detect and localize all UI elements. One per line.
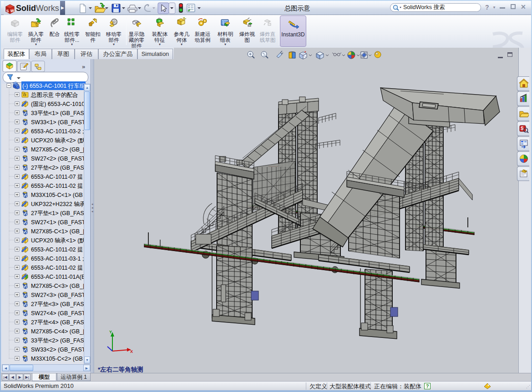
svg-text:SW33<1> (GB_FASTI: SW33<1> (GB_FASTI (31, 119, 87, 126)
svg-text:UCPX20 轴承<1> (默: UCPX20 轴承<1> (默 (31, 237, 85, 244)
svg-text:SW27<1> (GB_FASTI: SW27<1> (GB_FASTI (31, 219, 87, 226)
svg-text:6553-AC-1011-03-2 ;: 6553-AC-1011-03-2 ; (31, 128, 84, 135)
svg-text:W: W (10, 8, 14, 13)
svg-text:X: X (130, 349, 133, 354)
svg-text:UKP322+H2322 轴承: UKP322+H2322 轴承 (31, 201, 85, 207)
svg-text:S: S (6, 9, 9, 14)
svg-text:6553-AC-1011-03-1 ;: 6553-AC-1011-03-1 ; (31, 256, 84, 262)
svg-text:*左右二等角轴测: *左右二等角轴测 (98, 366, 143, 373)
svg-text:27平垫<3> (GB_FAST: 27平垫<3> (GB_FAST (31, 301, 88, 307)
svg-text:M27X85-C<3> (GB_|: M27X85-C<3> (GB_| (31, 283, 84, 289)
svg-text:6553-AC-1011-02 提: 6553-AC-1011-02 提 (31, 265, 83, 271)
svg-text:6553-AC-1011-02 提: 6553-AC-1011-02 提 (31, 183, 83, 189)
svg-text:SW27<3> (GB_FASTI: SW27<3> (GB_FASTI (31, 292, 87, 298)
svg-text:SW27<4> (GB_FASTI: SW27<4> (GB_FASTI (31, 310, 87, 317)
svg-text:M27X85-C<2> (GB_|: M27X85-C<2> (GB_| (31, 146, 84, 153)
svg-text:27平垫<4> (GB_FAST: 27平垫<4> (GB_FAST (31, 319, 88, 326)
svg-text:SW27<2> (GB_FASTI: SW27<2> (GB_FASTI (31, 156, 87, 162)
svg-text:(-) 6553-AC-1001 行车组: (-) 6553-AC-1001 行车组 (22, 83, 86, 89)
svg-text:总图示意 中的配合: 总图示意 中的配合 (30, 92, 78, 98)
svg-text:UCPX20 轴承<2> (默: UCPX20 轴承<2> (默 (31, 137, 85, 144)
svg-text:6553-AC-1011-02 提: 6553-AC-1011-02 提 (31, 246, 83, 253)
svg-text:27平垫<1> (GB_FAST: 27平垫<1> (GB_FAST (31, 210, 88, 216)
svg-text:M33X105-C<1> (GB: M33X105-C<1> (GB (31, 192, 83, 198)
svg-text:M27X85-C<4> (GB_|: M27X85-C<4> (GB_| (31, 328, 84, 335)
svg-text:(固定) 6553-AC-1010: (固定) 6553-AC-1010 (31, 101, 85, 107)
svg-text:6553-AC-1011-01A(E: 6553-AC-1011-01A(E (31, 274, 85, 280)
svg-text:M33X105-C<2> (GB: M33X105-C<2> (GB (31, 356, 83, 362)
svg-text:33平垫<2> (GB_FAST: 33平垫<2> (GB_FAST (31, 337, 88, 344)
svg-text:33平垫<1> (GB_FAST: 33平垫<1> (GB_FAST (31, 110, 88, 116)
svg-text:SW33<2> (GB_FASTI: SW33<2> (GB_FASTI (31, 347, 87, 353)
svg-text:27平垫<2> (GB_FAST: 27平垫<2> (GB_FAST (31, 165, 88, 171)
svg-text:6553-AC-1011-07 提: 6553-AC-1011-07 提 (31, 174, 83, 180)
svg-text:Y: Y (109, 330, 112, 334)
svg-text:M27X85-C<1> (GB_|: M27X85-C<1> (GB_| (31, 228, 84, 235)
